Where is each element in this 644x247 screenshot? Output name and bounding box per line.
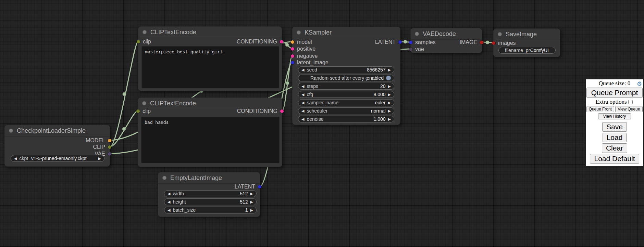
increment-arrow-icon[interactable]: ▶ xyxy=(250,200,253,204)
conditioning-slot-dot[interactable] xyxy=(291,47,294,51)
decrement-arrow-icon[interactable]: ◀ xyxy=(301,93,304,96)
extra-options-checkbox[interactable] xyxy=(628,100,633,104)
steps-widget[interactable]: ◀ steps 20 ▶ xyxy=(298,83,394,90)
collapse-dot-icon[interactable] xyxy=(415,32,419,36)
node-title-bar[interactable]: CLIPTextEncode xyxy=(138,27,282,38)
load-default-button[interactable]: Load Default xyxy=(590,154,639,164)
node-title-bar[interactable]: EmptyLatentImage xyxy=(158,172,260,184)
node-clip-text-encode-positive[interactable]: CLIPTextEncode clip CONDITIONING masterp… xyxy=(138,26,282,91)
collapse-dot-icon[interactable] xyxy=(297,30,301,35)
width-widget[interactable]: ◀ width 512 ▶ xyxy=(164,190,257,197)
slot-label: MODEL xyxy=(86,138,105,144)
slot-label: CLIP xyxy=(93,144,105,150)
clip-slot-dot[interactable] xyxy=(108,145,111,149)
widget-value: 8566257 xyxy=(367,67,386,73)
vae-slot-dot[interactable] xyxy=(108,152,111,156)
collapse-dot-icon[interactable] xyxy=(143,30,147,34)
increment-arrow-icon[interactable]: ▶ xyxy=(388,84,391,88)
seed-widget[interactable]: ◀ seed 8566257 ▶ xyxy=(298,66,394,73)
queue-buttons-row: Queue Front View Queue xyxy=(586,106,643,112)
slot-label: images xyxy=(498,40,516,46)
batch-size-widget[interactable]: ◀ batch_size 1 ▶ xyxy=(164,207,257,213)
node-title-bar[interactable]: SaveImage xyxy=(494,29,560,40)
widget-label: steps xyxy=(307,83,318,89)
extra-options-row: Extra options xyxy=(586,99,643,105)
positive-prompt-textarea[interactable]: masterpiece best quality girl xyxy=(141,46,279,88)
queue-size-row: Queue size: 0 ⚙︎ xyxy=(586,80,643,87)
negative-prompt-textarea[interactable]: bad hands xyxy=(141,117,280,163)
clip-slot-dot[interactable] xyxy=(137,40,140,43)
conditioning-slot-dot[interactable] xyxy=(280,40,283,43)
collapse-dot-icon[interactable] xyxy=(162,176,166,180)
node-title-bar[interactable]: VAEDecode xyxy=(411,28,482,40)
latent-slot-dot[interactable] xyxy=(398,40,402,44)
load-button[interactable]: Load xyxy=(603,133,627,142)
increment-arrow-icon[interactable]: ▶ xyxy=(388,117,391,121)
denoise-widget[interactable]: ◀ denoise 1.000 ▶ xyxy=(298,116,394,122)
node-checkpoint-loader-simple[interactable]: CheckpointLoaderSimple MODEL CLIP VAE ◀ … xyxy=(4,125,110,167)
increment-arrow-icon[interactable]: ▶ xyxy=(388,109,391,113)
node-clip-text-encode-negative[interactable]: CLIPTextEncode clip CONDITIONING bad han… xyxy=(138,98,282,167)
clear-button[interactable]: Clear xyxy=(602,143,627,153)
latent-slot-dot[interactable] xyxy=(258,185,261,188)
graph-canvas[interactable]: { "colors": { "canvas_bg": "#232323", "n… xyxy=(0,0,644,247)
random-seed-toggle-widget[interactable]: Random seed after every gen enabled xyxy=(298,75,394,81)
node-title-bar[interactable]: CheckpointLoaderSimple xyxy=(5,125,110,136)
increment-arrow-icon[interactable]: ▶ xyxy=(388,68,391,72)
node-ksampler[interactable]: KSampler model positive negative latent_… xyxy=(292,27,400,125)
filename-prefix-widget[interactable]: filename_prefix ComfyUI xyxy=(498,47,556,54)
conditioning-slot-dot[interactable] xyxy=(291,54,294,58)
save-button[interactable]: Save xyxy=(602,122,627,132)
collapse-dot-icon[interactable] xyxy=(498,32,502,36)
decrement-arrow-icon[interactable]: ◀ xyxy=(14,157,17,160)
decrement-arrow-icon[interactable]: ◀ xyxy=(301,68,304,72)
node-title: VAEDecode xyxy=(423,30,456,38)
height-widget[interactable]: ◀ height 512 ▶ xyxy=(164,198,257,205)
node-empty-latent-image[interactable]: EmptyLatentImage LATENT ◀ width 512 ▶ ◀ … xyxy=(158,172,260,217)
slot-label: model xyxy=(297,39,312,45)
cfg-widget[interactable]: ◀ cfg 8.000 ▶ xyxy=(298,91,394,98)
output-slot-image: IMAGE xyxy=(459,39,483,46)
vae-slot-dot[interactable] xyxy=(409,48,412,51)
image-slot-dot[interactable] xyxy=(480,41,483,44)
decrement-arrow-icon[interactable]: ◀ xyxy=(168,192,170,196)
link-midpoint-dot xyxy=(286,81,289,85)
queue-front-button[interactable]: Queue Front xyxy=(586,106,614,112)
image-slot-dot[interactable] xyxy=(492,41,495,45)
decrement-arrow-icon[interactable]: ◀ xyxy=(301,84,304,88)
increment-arrow-icon[interactable]: ▶ xyxy=(98,157,101,160)
decrement-arrow-icon[interactable]: ◀ xyxy=(301,117,304,121)
collapse-dot-icon[interactable] xyxy=(142,101,146,105)
queue-prompt-button[interactable]: Queue Prompt xyxy=(586,88,643,98)
gear-icon[interactable]: ⚙︎ xyxy=(637,80,642,88)
decrement-arrow-icon[interactable]: ◀ xyxy=(301,109,304,113)
ckpt-name-widget[interactable]: ◀ ckpt_name v1-5-pruned-emaonly.ckpt ▶ xyxy=(11,155,104,162)
latent-slot-dot[interactable] xyxy=(291,61,294,64)
node-save-image[interactable]: SaveImage images filename_prefix ComfyUI xyxy=(493,28,560,57)
increment-arrow-icon[interactable]: ▶ xyxy=(388,93,391,96)
model-slot-dot[interactable] xyxy=(108,139,111,142)
clip-slot-dot[interactable] xyxy=(136,109,140,113)
node-title-bar[interactable]: KSampler xyxy=(293,27,400,38)
slot-label: clip xyxy=(143,39,151,45)
output-slot-conditioning: CONDITIONING xyxy=(237,108,284,115)
model-slot-dot[interactable] xyxy=(291,40,294,44)
decrement-arrow-icon[interactable]: ◀ xyxy=(301,101,304,105)
view-history-button[interactable]: View History xyxy=(598,113,631,119)
increment-arrow-icon[interactable]: ▶ xyxy=(388,101,391,105)
node-vae-decode[interactable]: VAEDecode samples vae IMAGE xyxy=(410,28,482,53)
widget-label: batch_size xyxy=(173,207,196,213)
conditioning-slot-dot[interactable] xyxy=(280,109,284,113)
collapse-dot-icon[interactable] xyxy=(9,129,13,133)
increment-arrow-icon[interactable]: ▶ xyxy=(250,192,253,196)
decrement-arrow-icon[interactable]: ◀ xyxy=(168,208,170,212)
decrement-arrow-icon[interactable]: ◀ xyxy=(168,200,170,204)
view-queue-button[interactable]: View Queue xyxy=(615,106,643,112)
latent-slot-dot[interactable] xyxy=(409,41,412,44)
increment-arrow-icon[interactable]: ▶ xyxy=(250,208,253,212)
scheduler-widget[interactable]: ◀ scheduler normal ▶ xyxy=(298,107,394,114)
widget-value: 512 xyxy=(240,191,248,196)
widget-value: 8.000 xyxy=(373,92,385,97)
sampler-name-widget[interactable]: ◀ sampler_name euler ▶ xyxy=(298,99,394,106)
toggle-on-icon[interactable] xyxy=(386,76,391,80)
